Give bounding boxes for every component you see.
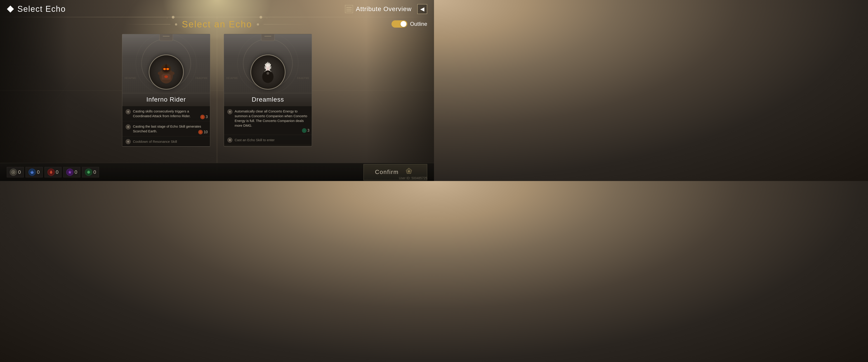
skill-dot-2 xyxy=(127,126,129,128)
inferno-skill-1-badge: 3 xyxy=(200,115,208,119)
header-right: Attribute Overview ◀ xyxy=(345,4,427,14)
dreamless-skill-1: Automatically clear all Concerto Energy … xyxy=(224,106,312,135)
inferno-rider-name: Inferno Rider xyxy=(147,96,186,103)
resonance-item-red: 0 xyxy=(44,167,61,177)
inferno-rider-skills: Casting skills consecutively triggers a … xyxy=(122,106,210,146)
inferno-skill-1: Casting skills consecutively triggers a … xyxy=(122,106,210,121)
skill-icon-1 xyxy=(126,109,131,114)
dreamless-skills: Automatically clear all Concerto Energy … xyxy=(224,106,312,145)
diamond-shape xyxy=(7,5,14,12)
resonance-count-red: 0 xyxy=(56,169,59,175)
badge-icon-orange-2 xyxy=(198,130,203,134)
resonance-icon-red xyxy=(48,169,55,176)
dreamless-skill-1-text: Automatically clear all Concerto Energy … xyxy=(235,109,308,128)
dreamless-portrait xyxy=(250,55,285,90)
skill-icon-dreamless-2 xyxy=(227,138,232,142)
resonance-blue-svg xyxy=(30,170,34,174)
header: Select Echo Attribute Overview ◀ xyxy=(0,0,434,18)
card-top-dreamless: HEIAPME FAAEPME xyxy=(224,34,312,93)
inferno-rider-svg xyxy=(153,59,180,86)
user-id: User ID: 500485725 xyxy=(399,176,427,180)
svg-point-21 xyxy=(158,72,163,75)
dreamless-watermark-left: HEIAPME xyxy=(226,77,238,79)
resonance-count-grey: 0 xyxy=(18,169,21,175)
card-tab-line xyxy=(163,36,169,36)
dreamless-name-bar: Dreamless xyxy=(224,93,312,106)
svg-point-46 xyxy=(408,170,410,172)
card-tab-line-dreamless xyxy=(265,36,271,36)
badge-icon-orange-1 xyxy=(200,115,205,119)
echo-card-inferno-rider[interactable]: HEIAPME FAAEPME xyxy=(122,34,210,147)
card-top-inferno: HEIAPME FAAEPME xyxy=(122,34,210,93)
menu-line-2 xyxy=(346,9,352,9)
inferno-skill-1-text: Casting skills consecutively triggers a … xyxy=(133,109,207,118)
outline-toggle[interactable] xyxy=(392,20,407,28)
skill-dot-dreamless-1 xyxy=(229,111,231,113)
inferno-rider-portrait xyxy=(149,55,184,90)
svg-point-24 xyxy=(164,75,168,78)
inferno-skill-2: Casting the last stage of Echo Skill gen… xyxy=(122,121,210,136)
page-title: Select an Echo xyxy=(182,19,252,29)
inferno-rider-name-bar: Inferno Rider xyxy=(122,93,210,106)
back-button[interactable]: ◀ xyxy=(417,4,427,14)
dreamless-badge-num-1: 3 xyxy=(307,129,309,133)
card-watermark-right: FAAEPME xyxy=(195,77,208,79)
dreamless-watermark-right: FAAEPME xyxy=(297,77,309,79)
resonance-icon-blue xyxy=(29,169,36,176)
resonance-count-purple: 0 xyxy=(74,169,77,175)
skill-dot-dreamless-2 xyxy=(229,139,231,141)
resonance-count-green: 0 xyxy=(93,169,96,175)
badge-num-1: 3 xyxy=(206,115,208,119)
inferno-skill-2-badge: 10 xyxy=(198,130,208,134)
svg-point-16 xyxy=(164,68,165,69)
echo-card-dreamless[interactable]: HEIAPME FAAEPME xyxy=(224,34,312,147)
cards-container: HEIAPME FAAEPME xyxy=(0,34,434,147)
card-tab xyxy=(159,34,173,41)
skill-icon-2 xyxy=(126,124,131,130)
resonance-purple-svg xyxy=(68,170,72,174)
select-echo-icon xyxy=(7,5,14,13)
bottom-bar: 0 0 0 0 xyxy=(0,163,434,181)
menu-line-1 xyxy=(346,7,352,8)
resonance-icons: 0 0 0 0 xyxy=(7,167,99,177)
toggle-knob xyxy=(401,21,406,27)
attribute-overview-button[interactable]: Attribute Overview xyxy=(345,5,412,13)
outline-label: Outline xyxy=(410,21,427,27)
confirm-label: Confirm xyxy=(375,169,399,175)
title-dot-right xyxy=(257,23,259,26)
skill-icon-3 xyxy=(126,139,131,144)
svg-point-40 xyxy=(13,171,14,173)
title-dot-left xyxy=(175,23,177,26)
badge-icon-green-1 xyxy=(302,128,307,133)
resonance-item-purple: 0 xyxy=(63,167,80,177)
menu-icon xyxy=(345,5,353,13)
header-title: Select Echo xyxy=(18,4,66,14)
dreamless-skill-1-badge: 3 xyxy=(302,128,309,133)
dreamless-skill-2-partial: Cast an Echo Skill to enter xyxy=(224,135,312,145)
skill-dot-1 xyxy=(127,111,129,113)
svg-point-22 xyxy=(169,72,175,75)
menu-line-3 xyxy=(346,11,352,11)
resonance-icon-grey xyxy=(10,169,17,176)
svg-point-17 xyxy=(167,68,168,69)
attribute-overview-label: Attribute Overview xyxy=(356,5,412,13)
dreamless-skill-2-partial-text: Cast an Echo Skill to enter xyxy=(235,138,275,142)
resonance-grey-svg xyxy=(11,170,16,174)
card-tab-dreamless xyxy=(261,34,275,41)
back-arrow-icon: ◀ xyxy=(420,6,424,12)
confirm-logo-icon xyxy=(402,168,416,177)
resonance-icon-purple xyxy=(66,169,73,176)
resonance-green-svg xyxy=(87,170,91,174)
resonance-count-blue: 0 xyxy=(37,169,39,175)
inferno-skill-2-text: Casting the last stage of Echo Skill gen… xyxy=(133,124,207,134)
card-watermark-left: HEIAPME xyxy=(125,77,136,79)
svg-marker-42 xyxy=(68,170,72,174)
svg-point-37 xyxy=(264,71,272,79)
resonance-icon-green xyxy=(85,169,92,176)
svg-marker-41 xyxy=(30,170,34,174)
resonance-item-grey: 0 xyxy=(7,167,24,177)
dreamless-svg xyxy=(254,59,281,86)
skill-icon-dreamless-1 xyxy=(227,109,232,114)
resonance-red-svg xyxy=(49,170,53,174)
inferno-skill-3-partial: Cooldown of Resonance Skill xyxy=(122,136,210,146)
